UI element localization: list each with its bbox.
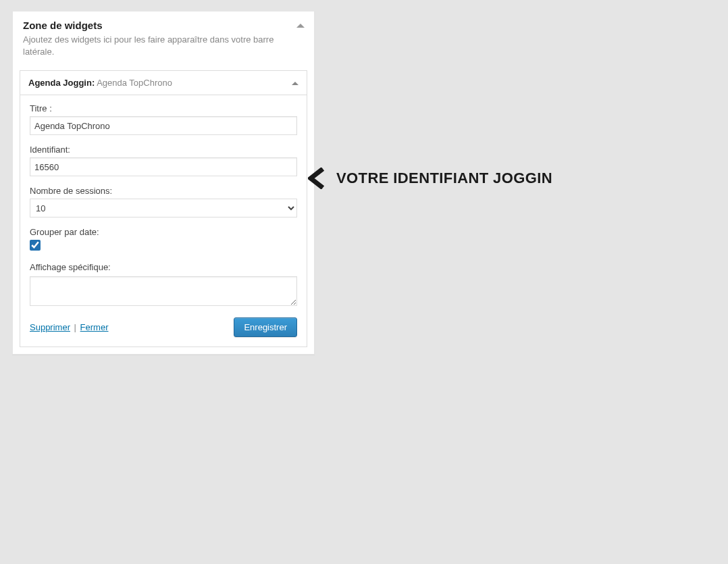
title-label: Titre : — [30, 103, 297, 113]
widget-header[interactable]: Agenda Joggin: Agenda TopChrono — [20, 71, 307, 95]
specific-label: Affichage spécifique: — [30, 262, 297, 272]
annotation-callout: VOTRE IDENTIFIANT JOGGIN — [308, 168, 552, 189]
widget-collapse-caret-icon[interactable] — [292, 82, 298, 85]
arrow-left-icon — [308, 168, 327, 189]
save-button[interactable]: Enregistrer — [234, 317, 297, 337]
sessions-label: Nombre de sessions: — [30, 186, 297, 196]
specific-textarea[interactable] — [30, 276, 297, 306]
groupdate-label: Grouper par date: — [30, 227, 297, 237]
identifier-input[interactable] — [30, 157, 297, 176]
widget-actions: Supprimer | Fermer Enregistrer — [30, 317, 297, 337]
identifier-label: Identifiant: — [30, 145, 297, 155]
zone-description: Ajoutez des widgets ici pour les faire a… — [23, 34, 304, 58]
close-link[interactable]: Fermer — [80, 322, 109, 332]
zone-title: Zone de widgets — [23, 20, 304, 31]
sessions-select[interactable]: 10 — [30, 199, 297, 217]
collapse-caret-icon[interactable] — [296, 24, 305, 28]
widget-agenda-joggin: Agenda Joggin: Agenda TopChrono Titre : … — [20, 70, 307, 347]
widget-zone-panel: Zone de widgets Ajoutez des widgets ici … — [12, 11, 315, 355]
groupdate-checkbox[interactable] — [30, 240, 41, 251]
separator: | — [74, 322, 76, 332]
annotation-text: VOTRE IDENTIFIANT JOGGIN — [336, 170, 552, 187]
widget-subtitle: Agenda TopChrono — [97, 78, 172, 88]
delete-link[interactable]: Supprimer — [30, 322, 70, 332]
zone-header: Zone de widgets Ajoutez des widgets ici … — [13, 11, 314, 63]
widget-body: Titre : Identifiant: Nombre de sessions:… — [20, 95, 307, 347]
widget-name: Agenda Joggin: — [28, 78, 95, 88]
title-input[interactable] — [30, 116, 297, 135]
